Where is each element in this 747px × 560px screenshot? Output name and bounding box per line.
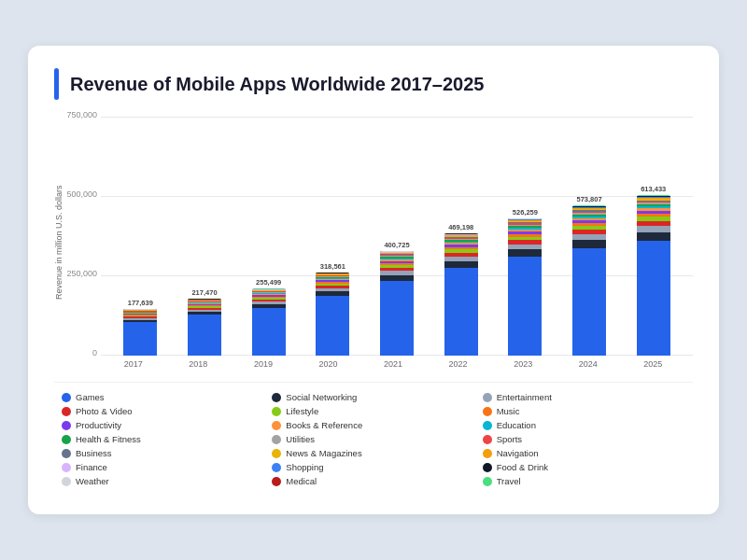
bar-segment	[637, 241, 670, 356]
bars-row: 177,639217,470255,499318,561400,725469,1…	[101, 117, 693, 356]
stacked-bar-2021	[380, 251, 414, 356]
x-axis: 201720182019202020212022202320242025	[67, 356, 693, 369]
legend-item: Books & Reference	[272, 420, 474, 430]
bar-group-2019: 255,499	[236, 278, 301, 356]
legend-item: News & Magazines	[272, 448, 474, 458]
legend-label: Finance	[76, 462, 107, 472]
legend-label: Business	[76, 448, 112, 458]
legend-dot	[62, 477, 71, 486]
legend-label: Weather	[76, 476, 109, 486]
legend-item: Photo & Video	[62, 406, 264, 416]
legend-dot	[272, 421, 281, 430]
legend-item: Food & Drink	[483, 462, 685, 472]
legend-label: Health & Fitness	[76, 434, 141, 444]
bar-segment	[572, 240, 606, 248]
x-label-2022: 2022	[426, 359, 491, 369]
legend-label: Navigation	[497, 448, 539, 458]
legend-label: Photo & Video	[76, 406, 133, 416]
bar-segment	[123, 322, 157, 356]
bar-value-2020: 318,561	[320, 262, 345, 271]
legend-dot	[272, 435, 281, 444]
legend-label: Music	[497, 406, 520, 416]
bar-segment	[188, 315, 221, 356]
legend-dot	[62, 421, 71, 430]
bar-group-2024: 573,807	[557, 195, 622, 356]
bar-segment	[316, 296, 349, 356]
legend-item: Travel	[483, 476, 685, 486]
legend-item: Productivity	[62, 420, 264, 430]
stacked-bar-2025	[637, 195, 670, 356]
legend-item: Education	[483, 420, 685, 430]
stacked-bar-2023	[508, 218, 542, 356]
legend-item: Games	[62, 392, 264, 402]
legend-item: Sports	[483, 434, 685, 444]
legend-dot	[272, 393, 281, 402]
bar-group-2017: 177,639	[108, 299, 173, 356]
bar-segment	[637, 232, 670, 241]
bar-segment	[637, 226, 670, 232]
legend-item: Music	[483, 406, 685, 416]
legend-item: Navigation	[483, 448, 685, 458]
bar-group-2018: 217,470	[173, 288, 237, 356]
legend-item: Business	[62, 448, 264, 458]
bar-group-2020: 318,561	[301, 262, 365, 356]
legend-item: Lifestyle	[272, 406, 474, 416]
bar-value-2022: 469,198	[448, 223, 473, 231]
bar-value-2019: 255,499	[256, 278, 281, 287]
stacked-bar-2022	[444, 233, 478, 356]
legend-dot	[62, 463, 71, 472]
bar-segment	[508, 257, 542, 356]
bar-segment	[444, 268, 478, 356]
x-label-2018: 2018	[166, 359, 232, 369]
bar-segment	[572, 248, 606, 356]
page-title: Revenue of Mobile Apps Worldwide 2017–20…	[70, 74, 484, 95]
stacked-bar-2017	[123, 309, 157, 356]
bar-segment	[252, 308, 286, 356]
legend-item: Shopping	[272, 462, 474, 472]
legend-dot	[483, 393, 492, 402]
legend-dot	[483, 449, 492, 458]
x-label-2023: 2023	[490, 359, 556, 369]
legend-label: Shopping	[286, 462, 323, 472]
x-label-2021: 2021	[360, 359, 426, 369]
stacked-bar-2018	[188, 299, 221, 356]
legend-item: Entertainment	[483, 392, 685, 402]
legend-label: Games	[76, 392, 105, 402]
legend-dot	[483, 435, 492, 444]
grid-and-bars: 750,000 500,000 250,000 0 177,639217,470…	[67, 117, 693, 356]
legend-item: Weather	[62, 476, 264, 486]
y-axis-label: Revenue in million U.S. dollars	[54, 117, 63, 369]
legend-dot	[62, 449, 71, 458]
legend-dot	[62, 435, 71, 444]
bar-value-2023: 526,259	[513, 208, 538, 217]
title-accent	[54, 68, 59, 100]
bar-group-2022: 469,198	[429, 223, 493, 356]
x-label-2019: 2019	[231, 359, 296, 369]
chart-inner: 750,000 500,000 250,000 0 177,639217,470…	[67, 117, 693, 369]
bar-segment	[380, 281, 414, 356]
bar-group-2021: 400,725	[365, 241, 430, 356]
legend-label: Medical	[286, 476, 317, 486]
legend-label: Utilities	[286, 434, 315, 444]
legend-item: Utilities	[272, 434, 474, 444]
legend-dot	[62, 407, 71, 416]
bar-group-2023: 526,259	[493, 208, 557, 356]
legend-label: Travel	[497, 476, 521, 486]
chart-area: Revenue in million U.S. dollars 750,000 …	[54, 117, 693, 369]
stacked-bar-2024	[572, 205, 606, 356]
bar-value-2021: 400,725	[384, 241, 409, 249]
bar-value-2024: 573,807	[576, 195, 601, 203]
legend-label: Entertainment	[497, 392, 552, 402]
x-label-2024: 2024	[556, 359, 621, 369]
stacked-bar-2020	[316, 273, 349, 356]
main-card: Revenue of Mobile Apps Worldwide 2017–20…	[28, 46, 719, 514]
title-row: Revenue of Mobile Apps Worldwide 2017–20…	[54, 68, 693, 100]
legend-item: Health & Fitness	[62, 434, 264, 444]
legend-label: Food & Drink	[497, 462, 548, 472]
bar-value-2017: 177,639	[128, 299, 153, 307]
bar-segment	[508, 249, 542, 257]
legend-item: Social Networking	[272, 392, 474, 402]
legend-dot	[483, 463, 492, 472]
bar-segment	[444, 261, 478, 268]
legend-label: Productivity	[76, 420, 121, 430]
